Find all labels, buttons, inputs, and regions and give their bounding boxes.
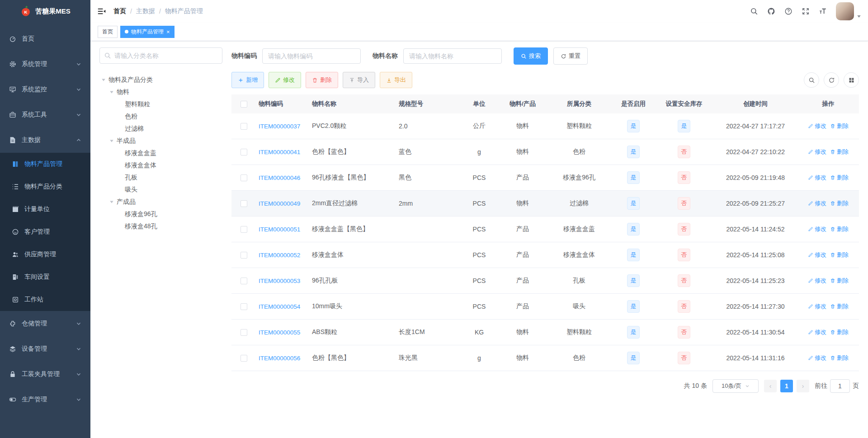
row-delete-button[interactable]: 删除 [830, 328, 849, 336]
tab-home[interactable]: 首页 [98, 26, 118, 38]
tree-leaf-node[interactable]: 移液盒96孔 [99, 208, 222, 220]
row-delete-button[interactable]: 删除 [830, 148, 849, 156]
row-delete-button[interactable]: 删除 [830, 251, 849, 259]
sidebar-subitem-5[interactable]: 车间设置 [0, 266, 90, 288]
row-checkbox[interactable] [241, 252, 247, 259]
sidebar-item-1[interactable]: 系统管理 [0, 52, 90, 77]
material-name-input[interactable] [403, 48, 502, 64]
row-checkbox[interactable] [241, 329, 247, 336]
row-edit-button[interactable]: 修改 [808, 199, 826, 207]
sidebar-subitem-0[interactable]: 物料产品管理 [0, 153, 90, 175]
sidebar-item-2[interactable]: 系统监控 [0, 77, 90, 102]
row-checkbox[interactable] [241, 123, 247, 130]
tree-leaf-node[interactable]: 移液盒盒体 [99, 159, 222, 171]
row-delete-button[interactable]: 删除 [830, 225, 849, 233]
next-page-button[interactable]: › [797, 380, 809, 392]
tree-group-node[interactable]: 物料 [99, 86, 222, 98]
sidebar-subitem-4[interactable]: 供应商管理 [0, 243, 90, 266]
sidebar-fold-icon[interactable] [97, 7, 106, 16]
user-menu[interactable] [836, 2, 861, 20]
row-checkbox[interactable] [241, 355, 247, 362]
sidebar-subitem-6[interactable]: 工作站 [0, 288, 90, 311]
row-checkbox[interactable] [241, 278, 247, 284]
caret-down-icon[interactable] [109, 139, 114, 143]
material-code-link[interactable]: ITEM00000046 [259, 174, 300, 181]
tree-root-node[interactable]: 物料及产品分类 [99, 74, 222, 86]
goto-page-input[interactable] [830, 379, 850, 393]
font-size-icon[interactable] [819, 7, 827, 15]
row-delete-button[interactable]: 删除 [830, 354, 849, 362]
row-checkbox[interactable] [241, 149, 247, 155]
add-button[interactable]: 新增 [231, 72, 264, 88]
app-logo[interactable]: K 苦糖果MES [0, 0, 90, 23]
tree-leaf-node[interactable]: 移液盒盒盖 [99, 147, 222, 159]
tab-material-product[interactable]: 物料产品管理 × [120, 26, 175, 38]
row-checkbox[interactable] [241, 303, 247, 310]
avatar[interactable] [836, 2, 854, 20]
tree-leaf-node[interactable]: 移液盒48孔 [99, 220, 222, 232]
breadcrumb-master-data[interactable]: 主数据 [136, 7, 155, 15]
search-button[interactable]: 搜索 [514, 47, 548, 65]
material-code-link[interactable]: ITEM00000054 [259, 303, 300, 310]
row-edit-button[interactable]: 修改 [808, 122, 826, 130]
page-1-button[interactable]: 1 [780, 380, 793, 392]
tree-leaf-node[interactable]: 色粉 [99, 110, 222, 122]
sidebar-subitem-3[interactable]: 客户管理 [0, 221, 90, 243]
row-delete-button[interactable]: 删除 [830, 122, 849, 130]
row-edit-button[interactable]: 修改 [808, 328, 826, 336]
material-code-input[interactable] [262, 48, 361, 64]
material-code-link[interactable]: ITEM00000055 [259, 329, 300, 336]
breadcrumb-home[interactable]: 首页 [113, 7, 126, 15]
material-code-link[interactable]: ITEM00000041 [259, 149, 300, 155]
help-icon[interactable] [784, 7, 793, 15]
row-edit-button[interactable]: 修改 [808, 277, 826, 285]
columns-button[interactable] [844, 72, 859, 88]
tree-leaf-node[interactable]: 过滤棉 [99, 122, 222, 135]
tree-leaf-node[interactable]: 吸头 [99, 184, 222, 196]
github-icon[interactable] [767, 7, 775, 15]
row-edit-button[interactable]: 修改 [808, 354, 826, 362]
material-code-link[interactable]: ITEM00000051 [259, 226, 300, 233]
row-delete-button[interactable]: 删除 [830, 174, 849, 182]
sidebar-item-4[interactable]: 主数据 [0, 127, 90, 153]
material-code-link[interactable]: ITEM00000049 [259, 200, 300, 207]
caret-down-icon[interactable] [101, 78, 106, 82]
row-checkbox[interactable] [241, 200, 247, 207]
sidebar-item-6[interactable]: 设备管理 [0, 336, 90, 362]
row-delete-button[interactable]: 删除 [830, 277, 849, 285]
sidebar-subitem-1[interactable]: 物料产品分类 [0, 175, 90, 198]
fullscreen-icon[interactable] [802, 7, 810, 15]
sidebar-item-5[interactable]: 仓储管理 [0, 311, 90, 336]
close-icon[interactable]: × [166, 29, 170, 35]
material-code-link[interactable]: ITEM00000037 [259, 123, 300, 130]
tree-leaf-node[interactable]: 孔板 [99, 171, 222, 184]
sidebar-subitem-2[interactable]: 计量单位 [0, 198, 90, 221]
tree-group-node[interactable]: 半成品 [99, 135, 222, 147]
row-edit-button[interactable]: 修改 [808, 302, 826, 311]
caret-down-icon[interactable] [109, 200, 114, 204]
row-checkbox[interactable] [241, 174, 247, 181]
sidebar-item-8[interactable]: 生产管理 [0, 387, 90, 412]
material-code-link[interactable]: ITEM00000052 [259, 252, 300, 259]
row-edit-button[interactable]: 修改 [808, 174, 826, 182]
row-edit-button[interactable]: 修改 [808, 251, 826, 259]
category-search-input[interactable] [99, 47, 222, 64]
delete-button[interactable]: 删除 [306, 72, 338, 88]
tree-group-node[interactable]: 产成品 [99, 196, 222, 208]
row-checkbox[interactable] [241, 226, 247, 233]
material-code-link[interactable]: ITEM00000056 [259, 355, 300, 362]
row-edit-button[interactable]: 修改 [808, 148, 826, 156]
reset-button[interactable]: 重置 [553, 47, 588, 65]
sidebar-item-0[interactable]: 首页 [0, 26, 90, 52]
export-button[interactable]: 导出 [380, 72, 412, 88]
row-edit-button[interactable]: 修改 [808, 225, 826, 233]
page-size-select[interactable]: 10条/页 [712, 379, 759, 393]
toggle-search-button[interactable] [804, 72, 819, 88]
tree-leaf-node[interactable]: 塑料颗粒 [99, 98, 222, 110]
select-all-checkbox[interactable] [241, 101, 247, 108]
caret-down-icon[interactable] [109, 90, 114, 94]
sidebar-item-3[interactable]: 系统工具 [0, 102, 90, 127]
prev-page-button[interactable]: ‹ [764, 380, 777, 392]
import-button[interactable]: 导入 [343, 72, 375, 88]
sidebar-item-7[interactable]: 工装夹具管理 [0, 362, 90, 387]
